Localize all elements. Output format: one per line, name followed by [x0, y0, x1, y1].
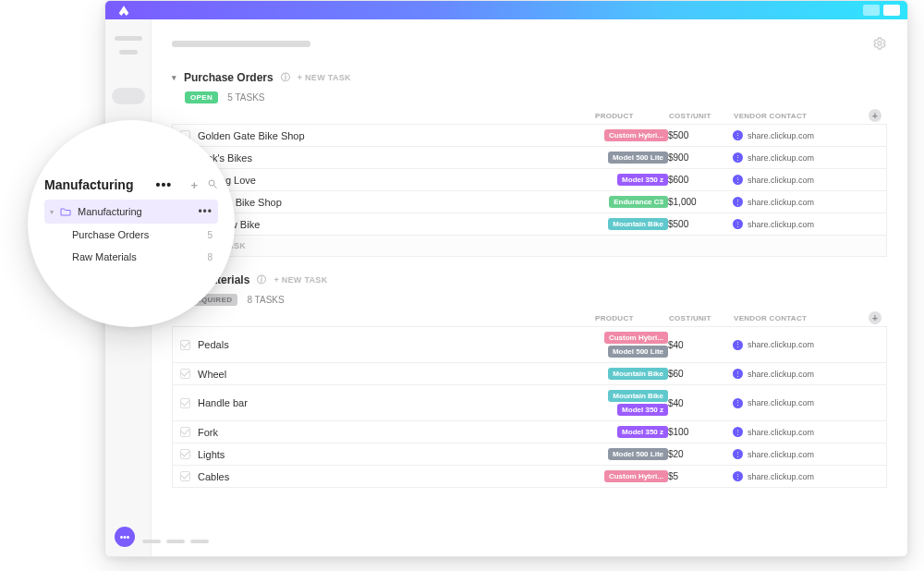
window-min-button[interactable]	[863, 5, 880, 16]
cost-cell: $100	[668, 427, 733, 437]
vendor-cell[interactable]: ⋮share.clickup.com	[733, 340, 862, 350]
list-header[interactable]: ▾ aw Materials ⓘ + NEW TASK	[172, 270, 887, 290]
task-name: Fork	[198, 427, 218, 438]
col-vendor: VENDOR CONTACT	[734, 112, 863, 120]
task-status-checkbox[interactable]	[180, 449, 190, 459]
task-status-checkbox[interactable]	[180, 398, 190, 408]
product-tag[interactable]: Model 350 z	[617, 174, 668, 186]
vendor-cell[interactable]: ⋮share.clickup.com	[733, 130, 862, 140]
vendor-cell[interactable]: ⋮share.clickup.com	[733, 471, 862, 481]
vendor-cell[interactable]: ⋮share.clickup.com	[733, 152, 862, 163]
product-tag[interactable]: Custom Hybri...	[604, 470, 668, 482]
vendor-url: share.clickup.com	[748, 198, 814, 207]
col-vendor: VENDOR CONTACT	[734, 314, 863, 322]
settings-gear-icon[interactable]	[872, 36, 887, 51]
task-status-checkbox[interactable]	[180, 369, 190, 379]
vendor-url: share.clickup.com	[748, 131, 814, 140]
sidebar-search[interactable]	[112, 88, 145, 104]
product-tags: Model 350 z	[594, 426, 668, 438]
sidebar-skeleton	[115, 36, 142, 41]
list-raw-materials: ▾ aw Materials ⓘ + NEW TASK REQUIRED 8 T…	[172, 270, 887, 488]
status-pill-open[interactable]: OPEN	[185, 91, 218, 103]
col-cost: COST/UNIT	[669, 314, 734, 322]
cost-cell: $900	[668, 152, 733, 163]
add-column-button[interactable]: +	[869, 109, 881, 122]
new-task-button[interactable]: + NEW TASK	[274, 275, 327, 285]
vendor-cell[interactable]: ⋮share.clickup.com	[733, 369, 862, 379]
window-controls	[863, 5, 900, 16]
task-row[interactable]: Cycling LoveModel 350 z$600⋮share.clicku…	[172, 169, 887, 191]
vendor-cell[interactable]: ⋮share.clickup.com	[733, 175, 862, 185]
task-status-checkbox[interactable]	[180, 471, 190, 481]
sidebar-list-label: Raw Materials	[72, 251, 137, 262]
task-row[interactable]: WheelMountain Bike$60⋮share.clickup.com	[172, 363, 887, 385]
folder-menu-icon[interactable]: •••	[198, 205, 213, 218]
space-header[interactable]: Manufacturing ••• +	[44, 177, 218, 192]
link-icon: ⋮	[733, 340, 743, 350]
cost-cell: $40	[668, 398, 733, 408]
product-tag[interactable]: Custom Hybri...	[604, 332, 668, 344]
product-tags: Custom Hybri...	[594, 129, 668, 141]
sidebar-list-item[interactable]: Purchase Orders5	[44, 224, 218, 246]
product-tag[interactable]: Custom Hybri...	[604, 129, 668, 141]
folder-label: Manufacturing	[78, 206, 142, 217]
window-max-button[interactable]	[883, 5, 900, 16]
product-tag[interactable]: Model 500 Lite	[608, 448, 668, 460]
add-icon[interactable]: +	[190, 178, 198, 192]
product-tag[interactable]: Endurance C3	[609, 196, 668, 208]
product-tag[interactable]: Mountain Bike	[608, 218, 668, 230]
task-row[interactable]: Rainbow BikeMountain Bike$500⋮share.clic…	[172, 213, 887, 236]
info-icon[interactable]: ⓘ	[257, 273, 266, 286]
search-icon[interactable]	[207, 178, 218, 192]
header-title-skeleton	[172, 41, 310, 47]
link-icon: ⋮	[733, 427, 743, 437]
info-icon[interactable]: ⓘ	[281, 71, 290, 84]
link-icon: ⋮	[733, 471, 743, 481]
product-tag[interactable]: Model 500 Lite	[608, 152, 668, 164]
task-row[interactable]: LightsModel 500 Lite$20⋮share.clickup.co…	[172, 443, 887, 466]
product-tag[interactable]: Model 350 z	[617, 426, 668, 438]
add-column-button[interactable]: +	[869, 311, 881, 324]
product-tags: Custom Hybri...Model 500 Lite	[594, 332, 668, 358]
task-status-checkbox[interactable]	[180, 427, 190, 437]
add-task-button[interactable]: + ADD TASK	[172, 236, 887, 257]
link-icon: ⋮	[733, 369, 743, 379]
space-title: Manufacturing	[44, 177, 133, 192]
task-status-checkbox[interactable]	[180, 340, 190, 350]
task-row[interactable]: Rick's BikesModel 500 Lite$900⋮share.cli…	[172, 147, 887, 169]
task-row[interactable]: Handle barMountain BikeModel 350 z$40⋮sh…	[172, 385, 887, 421]
chevron-down-icon[interactable]: ▾	[172, 73, 176, 82]
product-tag[interactable]: Model 350 z	[617, 404, 668, 416]
cost-cell: $500	[668, 219, 733, 229]
folder-row-manufacturing[interactable]: ▾ Manufacturing •••	[44, 200, 218, 224]
task-row[interactable]: PedalsCustom Hybri...Model 500 Lite$40⋮s…	[172, 326, 887, 363]
link-icon: ⋮	[733, 219, 743, 229]
product-tag[interactable]: Model 500 Lite	[608, 346, 668, 358]
task-row[interactable]: Jenna's Bike ShopEndurance C3$1,000⋮shar…	[172, 191, 887, 213]
vendor-cell[interactable]: ⋮share.clickup.com	[733, 398, 862, 408]
vendor-cell[interactable]: ⋮share.clickup.com	[733, 219, 862, 229]
task-row[interactable]: Golden Gate Bike ShopCustom Hybri...$500…	[172, 124, 887, 147]
product-tag[interactable]: Mountain Bike	[608, 368, 668, 380]
task-row[interactable]: CablesCustom Hybri...$5⋮share.clickup.co…	[172, 466, 887, 488]
clickup-logo-icon	[116, 3, 131, 18]
sidebar-list-label: Purchase Orders	[72, 229, 149, 240]
space-menu-icon[interactable]: •••	[156, 177, 173, 192]
link-icon: ⋮	[733, 449, 743, 459]
new-task-button[interactable]: + NEW TASK	[298, 73, 351, 82]
vendor-cell[interactable]: ⋮share.clickup.com	[733, 427, 862, 437]
list-header[interactable]: ▾ Purchase Orders ⓘ + NEW TASK	[172, 67, 887, 88]
sidebar-skeleton	[119, 50, 138, 55]
chat-bubble-icon[interactable]: •••	[115, 527, 135, 547]
vendor-cell[interactable]: ⋮share.clickup.com	[733, 197, 862, 207]
task-count: 8 TASKS	[247, 295, 284, 305]
vendor-url: share.clickup.com	[748, 428, 814, 437]
chevron-down-icon[interactable]: ▾	[50, 208, 54, 216]
product-tag[interactable]: Mountain Bike	[608, 390, 668, 402]
task-row[interactable]: ForkModel 350 z$100⋮share.clickup.com	[172, 421, 887, 443]
vendor-cell[interactable]: ⋮share.clickup.com	[733, 449, 862, 459]
cost-cell: $500	[668, 130, 733, 140]
sidebar-list-item[interactable]: Raw Materials8	[44, 246, 218, 268]
svg-point-1	[209, 180, 214, 186]
product-tags: Mountain BikeModel 350 z	[594, 390, 668, 416]
